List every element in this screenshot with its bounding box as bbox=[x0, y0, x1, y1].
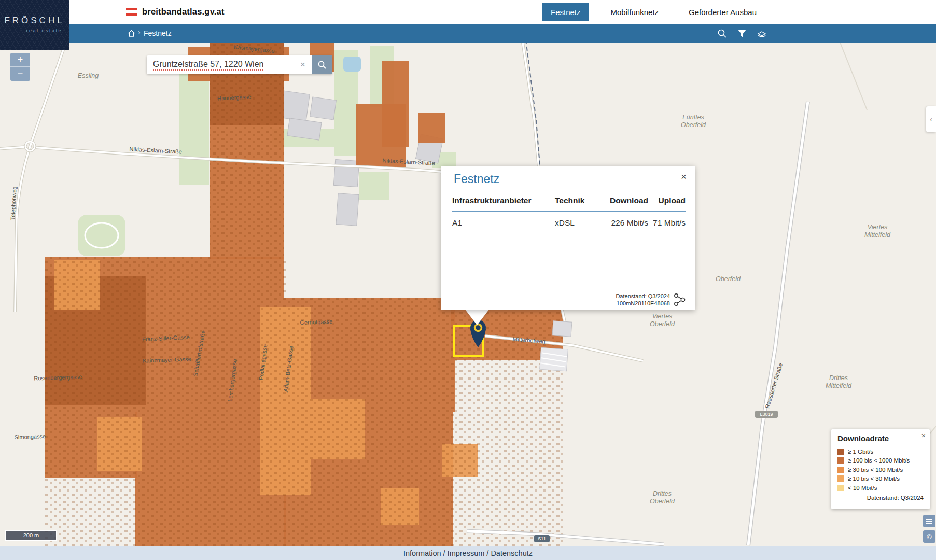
breitbandatlas-app: Essling Kasmayergasse Hannergasse Niklas… bbox=[0, 0, 936, 560]
map-label: Viertes bbox=[652, 313, 673, 320]
tab-gefoerderter-ausbau[interactable]: Geförderter Ausbau bbox=[680, 3, 765, 21]
home-icon[interactable] bbox=[127, 29, 136, 38]
map-label: Fünftes bbox=[682, 114, 704, 121]
map-toolbar bbox=[717, 28, 767, 39]
magnifier-icon bbox=[317, 60, 327, 70]
address-search: Gruntzelstraße 57, 1220 Wien × bbox=[147, 55, 332, 74]
popup-datenstand: Datenstand: Q3/2024 bbox=[616, 292, 670, 300]
map-label: Simongasse bbox=[14, 433, 46, 440]
table-header-row: Infrastrukturanbieter Technik Download U… bbox=[452, 196, 686, 212]
festnetz-popup: Festnetz × Infrastrukturanbieter Technik… bbox=[441, 166, 695, 310]
cell-provider: A1 bbox=[452, 218, 555, 228]
logo-name: FRÔSCHL bbox=[0, 16, 69, 26]
legend-item: ≥ 30 bis < 100 Mbit/s bbox=[837, 465, 924, 474]
popup-grid-id: 100mN28110E48068 bbox=[616, 300, 670, 307]
legend-close-icon[interactable]: × bbox=[921, 431, 926, 440]
zoom-in-button[interactable]: + bbox=[10, 53, 30, 67]
layers-icon[interactable] bbox=[756, 28, 767, 39]
popup-title: Festnetz bbox=[454, 172, 499, 186]
header: breitbandatlas.gv.at Festnetz Mobilfunkn… bbox=[0, 0, 936, 24]
cell-technik: xDSL bbox=[555, 218, 602, 228]
map-label: Drittes bbox=[653, 490, 672, 497]
legend-panel: Downloadrate × ≥ 1 Gbit/s ≥ 100 bis < 10… bbox=[831, 429, 930, 509]
legend-item: ≥ 10 bis < 30 Mbit/s bbox=[837, 474, 924, 484]
legend-item: < 10 Mbit/s bbox=[837, 483, 924, 493]
search-submit-button[interactable] bbox=[312, 55, 332, 74]
map-label: Gernotgasse bbox=[300, 318, 332, 326]
road-badge-l3019: L3019 bbox=[755, 411, 778, 418]
map-label: Oberfeld bbox=[716, 275, 741, 283]
search-input[interactable]: Gruntzelstraße 57, 1220 Wien × bbox=[147, 55, 312, 74]
legend-swatch bbox=[837, 485, 844, 491]
breadcrumb-current: Festnetz bbox=[144, 29, 172, 37]
col-technik: Technik bbox=[555, 196, 602, 205]
footer-bar: Information / Impressum / Datenschutz bbox=[0, 546, 936, 560]
cell-download: 226 Mbit/s bbox=[602, 218, 648, 228]
search-icon[interactable] bbox=[717, 28, 728, 39]
svg-text:S11: S11 bbox=[538, 536, 546, 541]
legend-datenstand: Datenstand: Q3/2024 bbox=[837, 495, 924, 501]
clear-search-icon[interactable]: × bbox=[299, 60, 306, 70]
legend-title: Downloadrate bbox=[837, 434, 924, 443]
col-infrastrukturanbieter: Infrastrukturanbieter bbox=[452, 196, 555, 205]
legend-swatch bbox=[837, 467, 844, 473]
map-label: Viertes bbox=[868, 223, 888, 231]
main-nav: Festnetz Mobilfunknetz Geförderter Ausba… bbox=[542, 3, 765, 21]
panel-toggle-tab[interactable]: ‹ bbox=[926, 106, 936, 132]
copyright-icon: © bbox=[927, 533, 932, 541]
tab-mobilfunknetz[interactable]: Mobilfunknetz bbox=[603, 3, 667, 21]
zoom-out-button[interactable]: − bbox=[10, 67, 30, 81]
legend-item: ≥ 1 Gbit/s bbox=[837, 447, 924, 456]
col-download: Download bbox=[602, 196, 648, 205]
legend-items: ≥ 1 Gbit/s ≥ 100 bis < 1000 Mbit/s ≥ 30 … bbox=[837, 447, 924, 493]
copyright-button[interactable]: © bbox=[923, 530, 935, 543]
map-label: Essling bbox=[78, 72, 99, 79]
froeschl-logo: FRÔSCHL real estate bbox=[0, 0, 69, 50]
breadcrumb-separator: › bbox=[138, 28, 141, 36]
provider-table: Infrastrukturanbieter Technik Download U… bbox=[452, 196, 686, 228]
map-label: Drittes bbox=[829, 374, 848, 382]
chevron-left-icon: ‹ bbox=[930, 115, 932, 123]
share-icon[interactable] bbox=[673, 292, 687, 307]
list-icon bbox=[926, 519, 932, 520]
map-label: Mittelfeld bbox=[864, 231, 891, 239]
site-title: breitbandatlas.gv.at bbox=[142, 7, 225, 17]
legend-list-button[interactable] bbox=[923, 515, 935, 527]
filter-icon[interactable] bbox=[736, 28, 748, 39]
map-label: Oberfeld bbox=[650, 320, 675, 328]
legend-swatch bbox=[837, 457, 844, 464]
popup-close-icon[interactable]: × bbox=[681, 171, 687, 183]
map-label: Oberfeld bbox=[681, 121, 706, 129]
popup-meta: Datenstand: Q3/2024 100mN28110E48068 bbox=[616, 292, 687, 307]
legend-item: ≥ 100 bis < 1000 Mbit/s bbox=[837, 456, 924, 466]
legend-swatch bbox=[837, 475, 844, 482]
popup-callout-tail bbox=[465, 310, 489, 325]
zoom-controls: + − bbox=[10, 53, 30, 81]
svg-text:L3019: L3019 bbox=[760, 412, 773, 417]
table-row: A1 xDSL 226 Mbit/s 71 Mbit/s bbox=[452, 212, 686, 228]
road-badge-s11: S11 bbox=[534, 535, 550, 542]
tab-festnetz[interactable]: Festnetz bbox=[542, 3, 589, 21]
map-label: Mittelfeld bbox=[826, 382, 852, 389]
austria-flag-icon bbox=[126, 8, 137, 16]
map-label: Oberfeld bbox=[650, 498, 675, 505]
cell-upload: 71 Mbit/s bbox=[648, 218, 686, 228]
search-value: Gruntzelstraße 57, 1220 Wien bbox=[153, 60, 263, 71]
logo-tagline: real estate bbox=[26, 28, 62, 33]
footer-links[interactable]: Information / Impressum / Datenschutz bbox=[403, 549, 533, 557]
col-upload: Upload bbox=[648, 196, 686, 205]
legend-swatch bbox=[837, 449, 844, 455]
map-scale-bar: 200 m bbox=[5, 530, 57, 541]
breadcrumb-bar: › Festnetz bbox=[0, 24, 936, 43]
